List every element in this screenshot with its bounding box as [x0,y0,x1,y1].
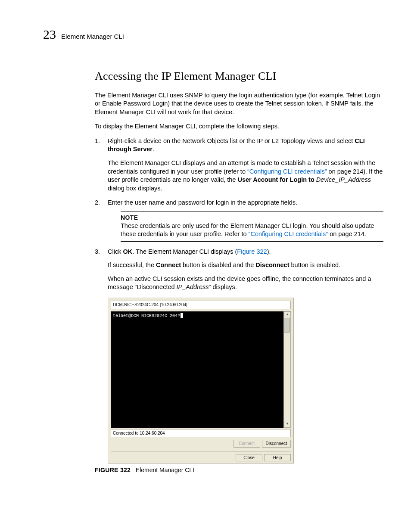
note-label: NOTE [121,214,383,222]
page-header: 23 Element Manager CLI [43,26,383,44]
cli-terminal[interactable]: telnet@DCM-NICES2024C-204# [111,311,283,428]
link-config-cli-1[interactable]: “Configuring CLI credentials” [247,168,327,175]
step-3-text: Click OK. The Element Manager CLI displa… [108,248,271,255]
scroll-up-icon[interactable]: ▲ [284,311,291,318]
note-text: These credentials are only used for the … [121,222,383,239]
cli-window: DCM-NICES2024C-204 [10.24.60.204] telnet… [108,298,294,464]
step-2: Enter the user name and password for log… [95,199,383,242]
scroll-down-icon[interactable]: ▼ [284,421,291,428]
link-config-cli-2[interactable]: “Configuring CLI credentials” [249,230,328,237]
scrollbar[interactable]: ▲ ▼ [283,311,290,428]
connect-button: Connect [234,440,260,448]
disconnect-button[interactable]: Disconnect [262,440,291,448]
step-3: Click OK. The Element Manager CLI displa… [95,248,383,292]
cli-terminal-wrap: telnet@DCM-NICES2024C-204# ▲ ▼ [111,311,291,428]
step-1: Right-click a device on the Network Obje… [95,137,383,193]
cli-status: Connected to 10.24.60.204 [111,429,291,438]
step-2-text: Enter the user name and password for log… [108,199,297,206]
note-block: NOTE These credentials are only used for… [121,212,383,242]
step-3c: When an active CLI session exists and th… [108,275,383,292]
section-title: Accessing the IP Element Manager CLI [95,68,383,84]
step-1-detail: The Element Manager CLI displays and an … [108,159,383,193]
figure-label: FIGURE 322 [95,467,131,473]
chapter-number: 23 [43,26,56,44]
divider [111,451,291,451]
intro-paragraph-1: The Element Manager CLI uses SNMP to que… [95,91,383,117]
close-button[interactable]: Close [236,454,262,462]
running-title: Element Manager CLI [61,32,124,41]
figure-caption: FIGURE 322 Element Manager CLI [95,466,383,474]
link-figure-322[interactable]: Figure 322 [237,248,267,255]
figure-text: Element Manager CLI [136,467,194,473]
scroll-thumb[interactable] [284,318,290,333]
step-3b: If successful, the Connect button is dis… [108,261,383,270]
cursor-icon [181,313,183,318]
intro-paragraph-2: To display the Element Manager CLI, comp… [95,122,383,131]
help-button[interactable]: Help [264,454,291,462]
step-1-text: Right-click a device on the Network Obje… [108,137,365,153]
cli-title: DCM-NICES2024C-204 [10.24.60.204] [111,301,291,309]
